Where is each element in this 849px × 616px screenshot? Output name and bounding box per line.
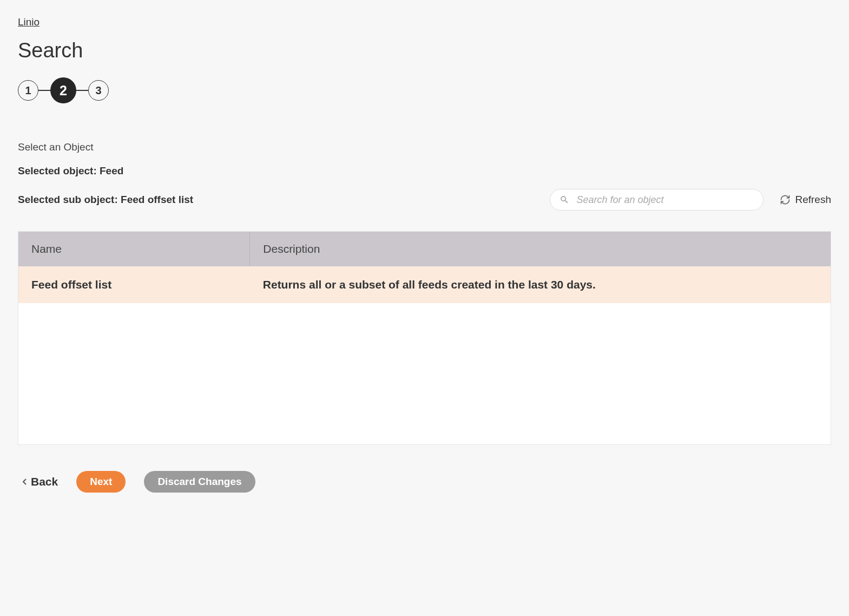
discard-button[interactable]: Discard Changes — [144, 471, 255, 493]
step-1[interactable]: 1 — [18, 80, 38, 101]
table-cell-description: Returns all or a subset of all feeds cre… — [250, 266, 831, 303]
page-title: Search — [18, 39, 831, 62]
section-label: Select an Object — [18, 141, 831, 153]
table-container: Name Description Feed offset list Return… — [18, 231, 831, 445]
stepper: 1 2 3 — [18, 77, 831, 103]
step-connector — [38, 90, 50, 91]
table-header-description[interactable]: Description — [250, 232, 831, 266]
table-cell-name: Feed offset list — [18, 266, 250, 303]
search-icon — [560, 195, 569, 205]
breadcrumb: Linio — [18, 16, 831, 28]
selected-sub-object: Selected sub object: Feed offset list — [18, 194, 550, 206]
chevron-left-icon — [22, 478, 28, 486]
refresh-button[interactable]: Refresh — [780, 194, 831, 206]
footer: Back Next Discard Changes — [18, 471, 831, 493]
step-connector — [76, 90, 88, 91]
back-label: Back — [31, 475, 58, 488]
back-button[interactable]: Back — [22, 475, 58, 488]
table-header-name[interactable]: Name — [18, 232, 250, 266]
refresh-label: Refresh — [795, 194, 831, 206]
step-3[interactable]: 3 — [88, 80, 109, 101]
objects-table: Name Description Feed offset list Return… — [18, 232, 831, 303]
step-2[interactable]: 2 — [50, 77, 76, 103]
table-row[interactable]: Feed offset list Returns all or a subset… — [18, 266, 831, 303]
search-field-wrap — [550, 189, 764, 211]
next-button[interactable]: Next — [76, 471, 126, 493]
breadcrumb-link[interactable]: Linio — [18, 16, 40, 28]
search-input[interactable] — [550, 189, 764, 211]
selected-object: Selected object: Feed — [18, 165, 831, 177]
refresh-icon — [780, 194, 791, 205]
